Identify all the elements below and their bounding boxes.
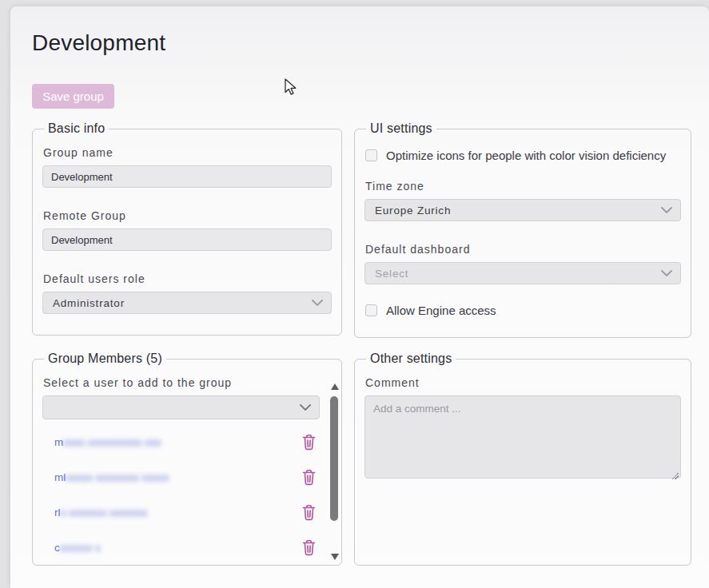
- add-user-select[interactable]: [42, 395, 320, 419]
- scroll-up-arrow-icon[interactable]: [331, 383, 339, 390]
- member-row: cxxxxxx x: [42, 530, 320, 565]
- main-panel: Development Save group Basic info Group …: [10, 6, 709, 588]
- scrollbar-thumb[interactable]: [330, 396, 338, 521]
- member-row: mxxxx xxxxxxxxxx xxx: [42, 424, 320, 459]
- default-users-role-value: Administrator: [53, 297, 125, 309]
- member-name-redacted: xxxxx xxxxxxxx xxxxx: [66, 471, 169, 483]
- optimize-icons-row: Optimize icons for people with color vis…: [365, 149, 681, 162]
- delete-member-button[interactable]: [302, 504, 316, 521]
- member-name-redacted: xxxxxx x: [60, 542, 101, 554]
- chevron-down-icon: [312, 300, 323, 306]
- save-group-button[interactable]: Save group: [32, 84, 114, 109]
- other-settings-section: Other settings Comment: [354, 352, 691, 566]
- group-name-label: Group name: [43, 146, 332, 159]
- member-name-prefix: rl: [54, 507, 61, 518]
- chevron-down-icon: [661, 270, 672, 276]
- member-link[interactable]: mlxxxxx xxxxxxxx xxxxx: [54, 471, 169, 483]
- trash-icon: [302, 539, 316, 556]
- trash-icon: [302, 434, 316, 451]
- other-settings-legend: Other settings: [366, 352, 456, 366]
- allow-engine-label: Allow Engine access: [386, 304, 496, 317]
- remote-group-input[interactable]: [42, 228, 332, 251]
- member-name-prefix: c: [54, 542, 60, 554]
- comment-label: Comment: [365, 376, 681, 389]
- member-name-prefix: ml: [54, 471, 66, 483]
- delete-member-button[interactable]: [302, 469, 316, 486]
- chevron-down-icon: [300, 404, 311, 411]
- remote-group-label: Remote Group: [43, 209, 332, 222]
- ui-settings-legend: UI settings: [366, 121, 436, 136]
- member-link[interactable]: mxxxx xxxxxxxxxx xxx: [54, 436, 161, 448]
- default-dashboard-label: Default dashboard: [365, 243, 681, 256]
- member-link[interactable]: cxxxxxx x: [54, 542, 101, 554]
- basic-info-section: Basic info Group name Remote Group Defau…: [32, 121, 342, 336]
- optimize-icons-checkbox[interactable]: [365, 149, 377, 161]
- comment-textarea[interactable]: [364, 395, 681, 479]
- time-zone-select[interactable]: Europe Zurich: [364, 199, 681, 221]
- default-dashboard-select[interactable]: Select: [364, 262, 681, 284]
- default-dashboard-value: Select: [375, 268, 408, 280]
- member-row: mlxxxxx xxxxxxxx xxxxx: [42, 459, 320, 495]
- member-link[interactable]: rlx xxxxxxx xxxxxxx: [54, 507, 147, 518]
- chevron-down-icon: [661, 207, 672, 213]
- group-members-legend: Group Members (5): [44, 352, 166, 366]
- comment-wrap: [364, 395, 681, 482]
- member-row: rlx xxxxxxx xxxxxxx: [42, 495, 320, 530]
- default-users-role-label: Default users role: [43, 272, 332, 285]
- ui-settings-section: UI settings Optimize icons for people wi…: [354, 121, 691, 338]
- allow-engine-row: Allow Engine access: [365, 304, 681, 317]
- members-scrollbar[interactable]: [329, 379, 340, 562]
- group-name-input[interactable]: [42, 165, 332, 188]
- optimize-icons-label: Optimize icons for people with color vis…: [386, 149, 666, 162]
- time-zone-value: Europe Zurich: [375, 205, 451, 217]
- group-members-section: Group Members (5) Select a user to add t…: [32, 352, 342, 566]
- delete-member-button[interactable]: [302, 539, 316, 556]
- delete-member-button[interactable]: [302, 434, 316, 451]
- member-name-redacted: x xxxxxxx xxxxxxx: [61, 507, 148, 518]
- member-name-prefix: m: [54, 436, 63, 448]
- trash-icon: [302, 469, 316, 486]
- page-title: Development: [32, 30, 165, 56]
- add-user-label: Select a user to add to the group: [43, 376, 332, 389]
- allow-engine-checkbox[interactable]: [365, 304, 377, 316]
- member-name-redacted: xxxx xxxxxxxxxx xxx: [63, 436, 161, 448]
- time-zone-label: Time zone: [365, 180, 681, 193]
- basic-info-legend: Basic info: [44, 121, 109, 136]
- default-users-role-select[interactable]: Administrator: [42, 292, 332, 314]
- trash-icon: [302, 504, 316, 521]
- scroll-down-arrow-icon[interactable]: [331, 554, 339, 560]
- members-list: mxxxx xxxxxxxxxx xxx mlxxxxx xxxxxxxx xx…: [42, 424, 332, 565]
